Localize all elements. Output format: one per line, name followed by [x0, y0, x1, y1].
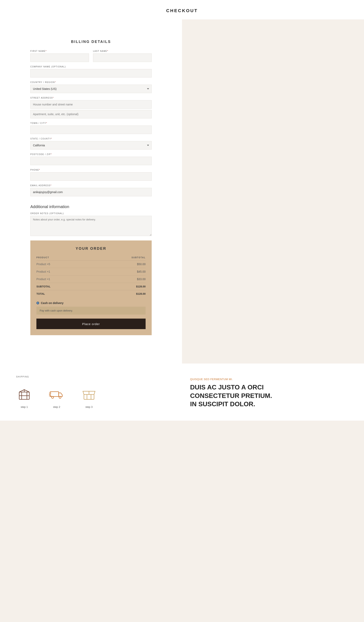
- page-title: CHECKOUT: [0, 8, 364, 13]
- order-item-row: Product ×1 $33.00: [36, 275, 146, 283]
- town-city-group: TOWN / CITY*: [30, 122, 152, 134]
- billing-form-container: BILLING DETAILS FIRST NAME* LAST NAME*: [26, 32, 156, 351]
- company-name-label: COMPANY NAME (OPTIONAL): [30, 66, 152, 68]
- order-notes-group: ORDER NOTES (OPTIONAL): [30, 212, 152, 237]
- payment-section: Cash on delivery Pay with cash upon deli…: [36, 301, 146, 314]
- top-strip: [0, 19, 364, 32]
- payment-option-cash[interactable]: Cash on delivery: [36, 301, 146, 305]
- email-input[interactable]: [30, 188, 152, 196]
- phone-label: PHONE*: [30, 169, 152, 171]
- order-item-price: $50.00: [91, 260, 146, 268]
- last-name-label: LAST NAME*: [93, 50, 152, 52]
- subtotal-label: SUBTOTAL: [36, 283, 91, 290]
- total-row: TOTAL $128.00: [36, 290, 146, 297]
- shipping-label: SHIPPING: [16, 376, 174, 378]
- main-layout: BILLING DETAILS FIRST NAME* LAST NAME*: [0, 32, 364, 364]
- open-box-icon: [81, 386, 97, 402]
- postcode-label: POSTCODE / ZIP*: [30, 153, 152, 156]
- col-subtotal-header: SUBTOTAL: [91, 255, 146, 260]
- shipping-step-2: step 2: [49, 386, 65, 408]
- shipping-headline: DUIS AC JUSTO A ORCICONSECTETUR PRETIUM.…: [190, 383, 348, 408]
- first-name-label: FIRST NAME*: [30, 50, 89, 52]
- order-item-row: Product ×5 $50.00: [36, 260, 146, 268]
- additional-info-section: Additional information ORDER NOTES (OPTI…: [30, 204, 152, 237]
- postcode-input[interactable]: [30, 157, 152, 165]
- order-notes-textarea[interactable]: [30, 216, 152, 236]
- first-name-input[interactable]: [30, 53, 89, 62]
- state-county-select[interactable]: California: [30, 141, 152, 150]
- truck-icon: [49, 386, 65, 402]
- order-item-name: Product ×5: [36, 260, 91, 268]
- country-label: COUNTRY / REGION*: [30, 81, 152, 83]
- subtotal-value: $128.00: [91, 283, 146, 290]
- shipping-step-1: step 1: [16, 386, 32, 408]
- last-name-input[interactable]: [93, 53, 152, 62]
- top-strip-right: [182, 19, 364, 32]
- email-group: EMAIL ADDRESS*: [30, 184, 152, 196]
- email-label: EMAIL ADDRESS*: [30, 184, 152, 187]
- phone-input[interactable]: [30, 172, 152, 181]
- additional-info-heading: Additional information: [30, 204, 152, 209]
- billing-heading: BILLING DETAILS: [30, 40, 152, 44]
- street-address-group: STREET ADDRESS*: [30, 97, 152, 118]
- order-item-price: $33.00: [91, 275, 146, 283]
- col-product-header: PRODUCT: [36, 255, 91, 260]
- total-value: $128.00: [91, 290, 146, 297]
- town-city-input[interactable]: [30, 125, 152, 134]
- shipping-tagline: QUISQUE SED FERMENTUM MI.: [190, 378, 348, 381]
- town-city-label: TOWN / CITY*: [30, 122, 152, 124]
- step-1-label: step 1: [21, 406, 28, 408]
- order-notes-label: ORDER NOTES (OPTIONAL): [30, 212, 152, 214]
- state-county-group: STATE / COUNTY* California: [30, 138, 152, 150]
- name-row: FIRST NAME* LAST NAME*: [30, 50, 152, 62]
- country-select[interactable]: United States (US): [30, 85, 152, 93]
- svg-rect-5: [50, 392, 59, 396]
- shipping-right: QUISQUE SED FERMENTUM MI. DUIS AC JUSTO …: [190, 376, 348, 408]
- step-3-label: step 3: [85, 406, 92, 408]
- street-address-input-2[interactable]: [30, 110, 152, 118]
- order-item-name: Product ×1: [36, 275, 91, 283]
- your-order-section: YOUR ORDER PRODUCT SUBTOTAL Product ×5 $…: [30, 240, 152, 335]
- page-title-area: CHECKOUT: [0, 0, 364, 19]
- first-name-field: FIRST NAME*: [30, 50, 89, 62]
- postcode-group: POSTCODE / ZIP*: [30, 153, 152, 165]
- shipping-left: SHIPPING step 1: [16, 376, 174, 408]
- left-column: BILLING DETAILS FIRST NAME* LAST NAME*: [0, 32, 182, 364]
- top-strip-left: [0, 19, 182, 32]
- right-column: [182, 32, 364, 364]
- shipping-step-3: step 3: [81, 386, 97, 408]
- order-table: PRODUCT SUBTOTAL Product ×5 $50.00 Produ…: [36, 255, 146, 297]
- phone-group: PHONE*: [30, 169, 152, 181]
- company-name-group: COMPANY NAME (OPTIONAL): [30, 66, 152, 78]
- step-2-label: step 2: [53, 406, 60, 408]
- payment-method-label: Cash on delivery: [41, 301, 63, 305]
- company-name-input[interactable]: [30, 69, 152, 78]
- order-item-row: Product ×1 $45.00: [36, 268, 146, 275]
- street-address-label: STREET ADDRESS*: [30, 97, 152, 99]
- order-item-name: Product ×1: [36, 268, 91, 275]
- box-icon: [16, 386, 32, 402]
- payment-radio-cash[interactable]: [36, 302, 39, 304]
- total-label: TOTAL: [36, 290, 91, 297]
- subtotal-row: SUBTOTAL $128.00: [36, 283, 146, 290]
- payment-method-desc: Pay with cash upon delivery.: [36, 307, 146, 314]
- shipping-section: SHIPPING step 1: [0, 364, 364, 421]
- state-county-label: STATE / COUNTY*: [30, 138, 152, 140]
- svg-rect-11: [84, 394, 94, 399]
- last-name-field: LAST NAME*: [93, 50, 152, 62]
- place-order-button[interactable]: Place order: [36, 319, 146, 329]
- shipping-steps: step 1 step 2: [16, 386, 174, 408]
- street-address-input-1[interactable]: [30, 100, 152, 109]
- order-item-price: $45.00: [91, 268, 146, 275]
- country-group: COUNTRY / REGION* United States (US): [30, 81, 152, 93]
- your-order-heading: YOUR ORDER: [36, 247, 146, 251]
